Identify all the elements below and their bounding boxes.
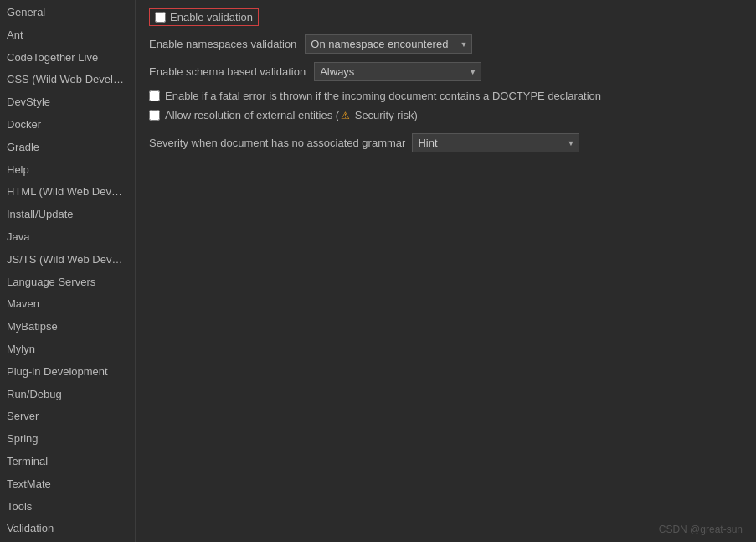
severity-label: Severity when document has no associated… [149,137,405,149]
fatal-error-checkbox[interactable] [149,90,160,101]
sidebar-item-css--wild-web-develope[interactable]: CSS (Wild Web Develope [0,69,135,91]
sidebar: GeneralAntCodeTogether LiveCSS (Wild Web… [0,0,136,542]
namespaces-validation-dropdown[interactable]: On namespace encounteredAlwaysNever [305,34,472,54]
sidebar-item-server[interactable]: Server [0,405,135,428]
sidebar-item-help[interactable]: Help [0,159,135,182]
sidebar-item-language-servers[interactable]: Language Servers [0,271,135,294]
sidebar-item-mylyn[interactable]: Mylyn [0,338,135,361]
sidebar-item-run-debug[interactable]: Run/Debug [0,384,135,406]
schema-validation-dropdown[interactable]: AlwaysNeverOn namespace encountered [314,62,481,81]
sidebar-item-codetogether-live[interactable]: CodeTogether Live [0,47,135,70]
sidebar-item-maven[interactable]: Maven [0,293,135,316]
sidebar-item-mybatipse[interactable]: MyBatipse [0,316,135,338]
namespaces-validation-label: Enable namespaces validation [149,38,296,50]
sidebar-item-install-update[interactable]: Install/Update [0,204,135,226]
sidebar-item-gradle[interactable]: Gradle [0,137,135,159]
sidebar-item-validation[interactable]: Validation [0,518,135,540]
schema-dropdown-wrapper: AlwaysNeverOn namespace encountered [314,62,481,81]
sidebar-item-general[interactable]: General [0,2,135,24]
sidebar-item-spring[interactable]: Spring [0,428,135,451]
sidebar-item-tools[interactable]: Tools [0,496,135,519]
content-area: Enable validation Enable namespaces vali… [136,0,756,542]
sidebar-item-ant[interactable]: Ant [0,24,135,47]
sidebar-item-js-ts--wild-web-develo-[interactable]: JS/TS (Wild Web Develo… [0,249,135,271]
severity-dropdown-wrapper: HintWarningErrorIgnore [412,133,579,152]
sidebar-item-devstyle[interactable]: DevStyle [0,91,135,114]
doctype-text: DOCTYPE [492,90,545,102]
external-entities-text: Allow resolution of external entities (⚠… [165,109,418,121]
schema-validation-label: Enable schema based validation [149,65,306,78]
sidebar-item-terminal[interactable]: Terminal [0,451,135,473]
sidebar-item-textmate[interactable]: TextMate [0,473,135,496]
sidebar-item-docker[interactable]: Docker [0,114,135,137]
enable-validation-checkbox[interactable] [155,12,166,23]
sidebar-item-java[interactable]: Java [0,226,135,249]
enable-validation-label: Enable validation [170,11,253,23]
sidebar-item-html--wild-web-develo-[interactable]: HTML (Wild Web Develo… [0,181,135,204]
severity-dropdown[interactable]: HintWarningErrorIgnore [412,133,579,152]
external-entities-checkbox[interactable] [149,110,160,121]
sidebar-item-plug-in-development[interactable]: Plug-in Development [0,361,135,384]
fatal-error-text: Enable if a fatal error is thrown if the… [165,90,601,102]
watermark: CSDN @great-sun [659,524,743,535]
namespaces-dropdown-wrapper: On namespace encounteredAlwaysNever [305,34,472,54]
warning-icon: ⚠ [341,110,350,121]
